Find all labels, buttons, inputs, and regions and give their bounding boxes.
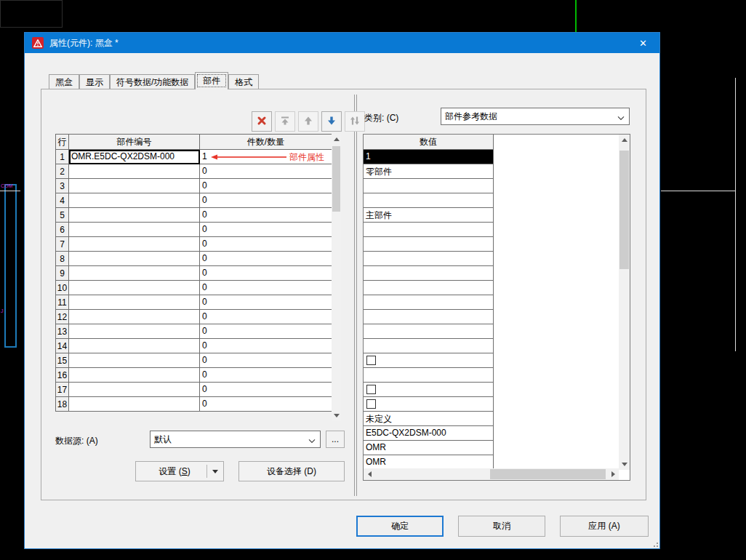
value-list-row[interactable]: 零部件 (364, 164, 494, 179)
row-number[interactable]: 13 (56, 324, 69, 339)
scroll-right-icon[interactable] (607, 468, 619, 480)
part-number-cell[interactable] (69, 281, 200, 295)
row-number[interactable]: 2 (56, 164, 69, 179)
scroll-left-icon[interactable] (364, 468, 375, 480)
quantity-cell[interactable]: 0 (200, 164, 332, 179)
value-list-row[interactable] (364, 266, 494, 281)
value-list-row[interactable] (364, 193, 494, 208)
quantity-cell[interactable]: 0 (200, 193, 332, 208)
value-list-row[interactable] (364, 383, 494, 397)
part-number-cell[interactable] (69, 252, 200, 266)
row-number[interactable]: 1 (56, 150, 69, 164)
quantity-cell[interactable]: 0 (200, 295, 332, 310)
part-number-cell[interactable] (69, 208, 200, 223)
quantity-cell[interactable]: 0 (200, 223, 332, 237)
value-list-row[interactable] (364, 368, 494, 383)
quantity-cell[interactable]: 0 (200, 237, 332, 252)
tab-4[interactable]: 格式 (228, 74, 259, 89)
value-list-row[interactable]: 1 (364, 150, 494, 164)
value-list-row[interactable] (364, 397, 494, 412)
value-list-row[interactable] (364, 310, 494, 324)
scrollbar-thumb[interactable] (490, 469, 606, 479)
checkbox[interactable] (366, 399, 376, 409)
delete-button[interactable] (252, 111, 272, 132)
row-number[interactable]: 10 (56, 281, 69, 295)
row-number[interactable]: 9 (56, 266, 69, 281)
parts-table-scrollbar[interactable] (332, 134, 341, 421)
quantity-cell[interactable]: 0 (200, 310, 332, 324)
row-number[interactable]: 17 (56, 383, 69, 397)
device-selection-button[interactable]: 设备选择 (D) (238, 461, 345, 481)
checkbox[interactable] (366, 385, 376, 394)
value-list-row[interactable] (364, 252, 494, 266)
resize-grip[interactable] (651, 540, 658, 547)
dialog-titlebar[interactable]: 属性(元件): 黑盒 * ✕ (25, 33, 659, 53)
ok-button[interactable]: 确定 (356, 516, 444, 537)
value-list-row[interactable]: 主部件 (364, 208, 494, 223)
quantity-cell[interactable]: 0 (200, 383, 332, 397)
data-source-dropdown[interactable]: 默认 (150, 431, 321, 448)
part-number-cell[interactable] (69, 310, 200, 324)
part-number-cell[interactable] (69, 295, 200, 310)
close-icon[interactable]: ✕ (627, 33, 659, 53)
value-list-row[interactable]: 未定义 (364, 412, 494, 426)
tab-0[interactable]: 黑盒 (49, 74, 79, 89)
part-number-cell[interactable] (69, 339, 200, 353)
value-list-row[interactable] (364, 237, 494, 252)
row-number[interactable]: 14 (56, 339, 69, 353)
quantity-cell[interactable]: 0 (200, 397, 332, 412)
row-number[interactable]: 16 (56, 368, 69, 383)
value-list-row[interactable]: OMR (364, 441, 494, 455)
pane-splitter[interactable] (354, 95, 357, 496)
part-number-cell[interactable] (69, 353, 200, 368)
part-number-cell[interactable] (69, 164, 200, 179)
value-list-row[interactable] (364, 353, 494, 368)
quantity-cell[interactable]: 0 (200, 208, 332, 223)
value-list-row[interactable] (364, 179, 494, 193)
scroll-up-icon[interactable] (619, 135, 630, 145)
scrollbar-thumb[interactable] (332, 146, 340, 212)
value-list-row[interactable] (364, 281, 494, 295)
value-list-row[interactable]: OMR (364, 455, 494, 470)
quantity-cell[interactable]: 0 (200, 266, 332, 281)
quantity-cell[interactable]: 0 (200, 324, 332, 339)
part-number-cell[interactable] (69, 193, 200, 208)
part-number-cell[interactable]: OMR.E5DC-QX2DSM-000 (69, 150, 200, 164)
settings-button[interactable]: 设置 (S) (135, 461, 224, 481)
value-list-vscrollbar[interactable] (619, 135, 630, 470)
row-number[interactable]: 18 (56, 397, 69, 412)
tab-3[interactable]: 部件 (195, 72, 228, 89)
part-number-cell[interactable] (69, 397, 200, 412)
row-number[interactable]: 7 (56, 237, 69, 252)
row-number[interactable]: 8 (56, 252, 69, 266)
tab-2[interactable]: 符号数据/功能数据 (110, 74, 195, 89)
quantity-cell[interactable]: 0 (200, 252, 332, 266)
row-number[interactable]: 4 (56, 193, 69, 208)
scrollbar-thumb[interactable] (619, 151, 629, 269)
row-number[interactable]: 3 (56, 179, 69, 193)
browse-button[interactable]: ... (326, 431, 345, 448)
scroll-up-icon[interactable] (332, 134, 341, 145)
part-number-cell[interactable] (69, 223, 200, 237)
part-number-cell[interactable] (69, 324, 200, 339)
quantity-cell[interactable]: 0 (200, 281, 332, 295)
apply-button[interactable]: 应用 (A) (560, 516, 649, 537)
part-number-cell[interactable] (69, 237, 200, 252)
value-list-row[interactable] (364, 324, 494, 339)
scroll-down-icon[interactable] (332, 410, 341, 421)
row-number[interactable]: 6 (56, 223, 69, 237)
cancel-button[interactable]: 取消 (458, 516, 545, 537)
quantity-cell[interactable]: 0 (200, 353, 332, 368)
value-list-row[interactable] (364, 295, 494, 310)
dropdown-caret-icon[interactable] (212, 470, 218, 473)
value-list-row[interactable] (364, 339, 494, 353)
move-down-button[interactable] (321, 111, 342, 132)
value-list-row[interactable] (364, 223, 494, 237)
scroll-down-icon[interactable] (619, 459, 630, 470)
row-number[interactable]: 12 (56, 310, 69, 324)
quantity-cell[interactable]: 0 (200, 368, 332, 383)
quantity-cell[interactable]: 0 (200, 179, 332, 193)
quantity-cell[interactable]: 0 (200, 339, 332, 353)
checkbox[interactable] (366, 356, 376, 365)
category-dropdown[interactable]: 部件参考数据 (441, 108, 630, 125)
